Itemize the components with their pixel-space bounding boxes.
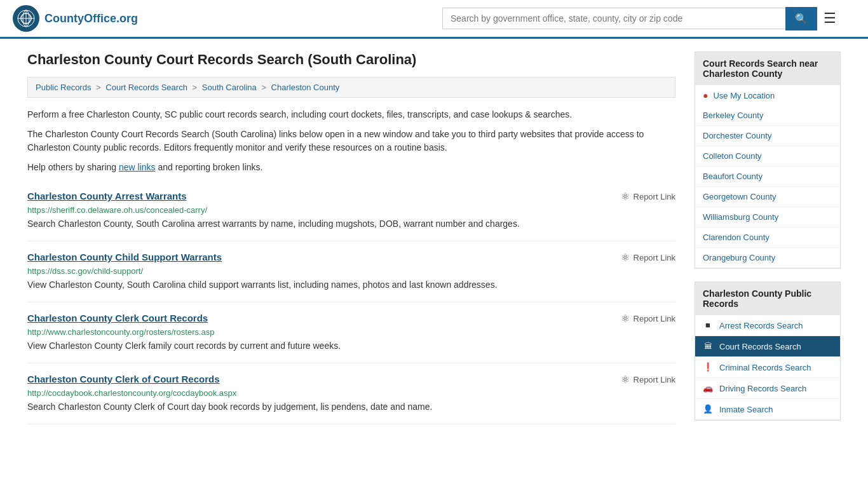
public-record-label: Court Records Search bbox=[719, 342, 801, 351]
record-type-icon: 🚗 bbox=[703, 383, 713, 393]
record-title-link[interactable]: Charleston County Child Support Warrants bbox=[27, 252, 222, 262]
record-desc: Search Charleston County, South Carolina… bbox=[27, 217, 675, 231]
use-my-location-item[interactable]: ● Use My Location bbox=[695, 85, 840, 105]
report-link[interactable]: ⚛ Report Link bbox=[621, 313, 675, 325]
menu-button[interactable]: ☰ bbox=[824, 10, 836, 27]
search-area: 🔍 ☰ bbox=[442, 7, 836, 30]
public-records-list: ■Arrest Records Search🏛Court Records Sea… bbox=[695, 315, 840, 420]
logo-ext-text: .org bbox=[116, 12, 138, 25]
logo-name-text: CountyOffice bbox=[44, 12, 116, 25]
record-type-icon: ❗ bbox=[703, 362, 713, 372]
breadcrumb-charleston-county[interactable]: Charleston County bbox=[271, 83, 340, 92]
public-record-link[interactable]: Criminal Records Search bbox=[719, 363, 811, 372]
nearby-county-link[interactable]: Colleton County bbox=[703, 151, 762, 161]
nearby-county-item[interactable]: Dorchester County bbox=[695, 126, 840, 146]
search-input[interactable] bbox=[442, 8, 785, 29]
nearby-county-link[interactable]: Clarendon County bbox=[703, 233, 770, 242]
nearby-section-title: Court Records Search near Charleston Cou… bbox=[695, 52, 840, 85]
nearby-county-item[interactable]: Clarendon County bbox=[695, 227, 840, 248]
record-item: Charleston County Child Support Warrants… bbox=[27, 241, 675, 302]
record-title: Charleston County Clerk Court Records bbox=[27, 313, 208, 323]
record-desc: View Charleston County, South Carolina c… bbox=[27, 278, 675, 292]
record-desc: Search Charleston County Clerk of Court … bbox=[27, 400, 675, 414]
public-record-link[interactable]: Driving Records Search bbox=[719, 384, 806, 393]
description-2: The Charleston County Court Records Sear… bbox=[27, 128, 675, 154]
record-title-link[interactable]: Charleston County Arrest Warrants bbox=[27, 191, 187, 201]
record-url[interactable]: http://cocdaybook.charlestoncounty.org/c… bbox=[27, 388, 675, 398]
public-record-item[interactable]: ■Arrest Records Search bbox=[695, 315, 840, 336]
description-1: Perform a free Charleston County, SC pub… bbox=[27, 108, 675, 121]
report-link[interactable]: ⚛ Report Link bbox=[621, 191, 675, 203]
record-type-icon: 👤 bbox=[703, 404, 713, 414]
breadcrumb-public-records[interactable]: Public Records bbox=[36, 83, 91, 92]
public-record-item[interactable]: 🚗Driving Records Search bbox=[695, 378, 840, 399]
nearby-county-item[interactable]: Williamsburg County bbox=[695, 207, 840, 227]
logo-text: CountyOffice.org bbox=[44, 12, 138, 25]
nearby-county-item[interactable]: Beaufort County bbox=[695, 166, 840, 187]
record-title: Charleston County Child Support Warrants bbox=[27, 252, 222, 262]
report-icon: ⚛ bbox=[621, 374, 630, 386]
public-record-item[interactable]: 🏛Court Records Search bbox=[695, 336, 840, 357]
nearby-counties-list: Berkeley CountyDorchester CountyColleton… bbox=[695, 105, 840, 268]
public-record-link[interactable]: Arrest Records Search bbox=[719, 321, 803, 330]
record-type-icon: ■ bbox=[703, 320, 713, 330]
logo-icon bbox=[13, 5, 39, 32]
breadcrumb-sep2: > bbox=[193, 83, 200, 92]
record-title-link[interactable]: Charleston County Clerk Court Records bbox=[27, 313, 208, 323]
breadcrumb-court-records[interactable]: Court Records Search bbox=[105, 83, 187, 92]
desc3-suffix: and reporting broken links. bbox=[156, 162, 263, 172]
use-my-location-link[interactable]: Use My Location bbox=[713, 91, 775, 100]
nearby-county-link[interactable]: Orangeburg County bbox=[703, 253, 775, 262]
public-record-item[interactable]: 👤Inmate Search bbox=[695, 399, 840, 420]
new-links-link[interactable]: new links bbox=[119, 162, 156, 172]
report-icon: ⚛ bbox=[621, 313, 630, 325]
records-container: Charleston County Arrest Warrants ⚛ Repo… bbox=[27, 180, 675, 424]
report-label: Report Link bbox=[634, 192, 675, 201]
breadcrumb-south-carolina[interactable]: South Carolina bbox=[202, 83, 257, 92]
record-type-icon: 🏛 bbox=[703, 341, 713, 351]
record-desc: View Charleston County Clerk family cour… bbox=[27, 339, 675, 353]
nearby-county-link[interactable]: Georgetown County bbox=[703, 192, 776, 201]
public-record-link[interactable]: Inmate Search bbox=[719, 405, 773, 414]
report-link[interactable]: ⚛ Report Link bbox=[621, 252, 675, 264]
nearby-county-link[interactable]: Berkeley County bbox=[703, 111, 763, 120]
nearby-county-item[interactable]: Orangeburg County bbox=[695, 248, 840, 268]
nearby-county-item[interactable]: Georgetown County bbox=[695, 187, 840, 207]
report-label: Report Link bbox=[634, 314, 675, 323]
report-link[interactable]: ⚛ Report Link bbox=[621, 374, 675, 386]
record-header: Charleston County Clerk of Court Records… bbox=[27, 374, 675, 386]
record-url[interactable]: https://sheriff.co.delaware.oh.us/concea… bbox=[27, 205, 675, 215]
record-header: Charleston County Clerk Court Records ⚛ … bbox=[27, 313, 675, 325]
record-title-link[interactable]: Charleston County Clerk of Court Records bbox=[27, 374, 220, 384]
record-header: Charleston County Arrest Warrants ⚛ Repo… bbox=[27, 191, 675, 203]
main-container: Charleston County Court Records Search (… bbox=[15, 39, 853, 437]
record-url[interactable]: https://dss.sc.gov/child-support/ bbox=[27, 266, 675, 276]
page-title: Charleston County Court Records Search (… bbox=[27, 51, 675, 68]
sidebar: Court Records Search near Charleston Cou… bbox=[695, 51, 841, 424]
site-header: CountyOffice.org 🔍 ☰ bbox=[0, 0, 868, 39]
nearby-county-item[interactable]: Berkeley County bbox=[695, 105, 840, 126]
nearby-county-link[interactable]: Williamsburg County bbox=[703, 212, 778, 222]
record-title: Charleston County Arrest Warrants bbox=[27, 191, 187, 201]
record-url[interactable]: http://www.charlestoncounty.org/rosters/… bbox=[27, 327, 675, 337]
record-header: Charleston County Child Support Warrants… bbox=[27, 252, 675, 264]
public-records-section: Charleston County Public Records ■Arrest… bbox=[695, 281, 841, 421]
desc3-prefix: Help others by sharing bbox=[27, 162, 119, 172]
record-item: Charleston County Clerk Court Records ⚛ … bbox=[27, 302, 675, 363]
nearby-section: Court Records Search near Charleston Cou… bbox=[695, 51, 841, 269]
record-item: Charleston County Clerk of Court Records… bbox=[27, 363, 675, 424]
location-icon: ● bbox=[703, 90, 708, 100]
logo-area[interactable]: CountyOffice.org bbox=[13, 5, 138, 32]
search-button[interactable]: 🔍 bbox=[785, 7, 817, 30]
report-icon: ⚛ bbox=[621, 191, 630, 203]
report-label: Report Link bbox=[634, 375, 675, 384]
report-icon: ⚛ bbox=[621, 252, 630, 264]
breadcrumb-sep3: > bbox=[261, 83, 268, 92]
record-item: Charleston County Arrest Warrants ⚛ Repo… bbox=[27, 180, 675, 241]
public-record-item[interactable]: ❗Criminal Records Search bbox=[695, 357, 840, 378]
nearby-county-item[interactable]: Colleton County bbox=[695, 146, 840, 166]
description-3: Help others by sharing new links and rep… bbox=[27, 161, 675, 174]
nearby-county-link[interactable]: Dorchester County bbox=[703, 131, 771, 140]
nearby-county-link[interactable]: Beaufort County bbox=[703, 172, 763, 181]
breadcrumb-sep1: > bbox=[96, 83, 103, 92]
